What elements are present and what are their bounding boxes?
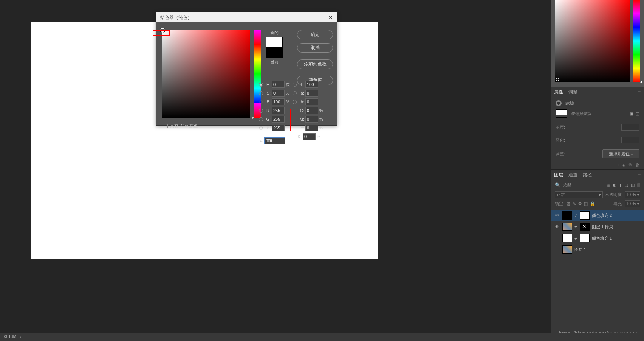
c-input[interactable] xyxy=(305,107,318,114)
radio-b-lab[interactable] xyxy=(293,100,297,104)
k-input[interactable] xyxy=(303,133,316,140)
layer-thumb[interactable] xyxy=(562,211,572,220)
ok-button[interactable]: 确定 xyxy=(297,30,333,39)
opacity-input[interactable]: 100%▾ xyxy=(625,191,640,198)
s-input[interactable] xyxy=(272,90,285,97)
hex-input[interactable] xyxy=(264,137,285,144)
y-input[interactable] xyxy=(305,125,318,131)
layer-filter[interactable]: 类型 xyxy=(563,182,604,188)
tab-channels[interactable]: 通道 xyxy=(568,172,577,178)
mask-thumb[interactable] xyxy=(556,109,567,118)
layer-name[interactable]: 图层 1 xyxy=(574,247,586,252)
lock-pixels-icon[interactable]: ✎ xyxy=(573,201,576,206)
mask-load-icon[interactable]: ⬚ xyxy=(615,163,619,168)
layers-panel: 🔍 类型 ▦ ◐ T ▢ ◫ 正常▾ 不透明度: 100%▾ 锁定: ▨ ✎ ✥… xyxy=(551,180,644,341)
layer-mask-thumb[interactable] xyxy=(580,211,590,220)
color-panel-field[interactable] xyxy=(555,0,630,82)
radio-b-hsb[interactable] xyxy=(259,100,263,104)
layer-row[interactable]: 👁⇌图层 1 拷贝 xyxy=(551,221,644,232)
color-panel-hue[interactable] xyxy=(633,0,640,82)
radio-h[interactable] xyxy=(259,83,263,87)
vector-mask-icon[interactable]: ◱ xyxy=(636,111,639,116)
filter-image-icon[interactable]: ▦ xyxy=(606,182,610,187)
mask-placeholder: 未选择蒙版 xyxy=(571,111,591,117)
layer-thumb[interactable] xyxy=(562,234,572,242)
mask-disable-icon[interactable]: 👁 xyxy=(628,163,632,168)
a-input[interactable] xyxy=(305,90,318,97)
layer-name[interactable]: 图层 1 拷贝 xyxy=(592,224,613,230)
b-lab-input[interactable] xyxy=(305,98,318,105)
layers-tabs: 图层 通道 路径 ≡ xyxy=(551,170,644,180)
filter-text-icon[interactable]: T xyxy=(619,183,622,187)
current-swatch-label: 当前 xyxy=(266,59,283,65)
mask-apply-icon[interactable]: ◈ xyxy=(622,163,625,168)
hex-row: # xyxy=(260,137,285,144)
layer-row[interactable]: 👁⇌颜色填充 2 xyxy=(551,210,644,221)
panel-menu-icon[interactable]: ≡ xyxy=(638,89,641,95)
link-icon[interactable]: ⇌ xyxy=(574,225,577,229)
m-input[interactable] xyxy=(305,116,318,123)
cancel-button[interactable]: 取消 xyxy=(297,43,333,53)
radio-g[interactable] xyxy=(259,117,263,121)
filter-shape-icon[interactable]: ▢ xyxy=(624,182,628,187)
lock-transparency-icon[interactable]: ▨ xyxy=(567,201,570,206)
mask-delete-icon[interactable]: 🗑 xyxy=(635,163,639,168)
lock-artboard-icon[interactable]: ◫ xyxy=(584,201,588,206)
link-icon[interactable]: ⇌ xyxy=(574,236,577,240)
radio-s[interactable] xyxy=(259,91,263,95)
h-input[interactable] xyxy=(272,81,285,88)
layer-thumb[interactable] xyxy=(562,245,572,254)
checkbox-icon[interactable] xyxy=(164,124,168,128)
feather-input[interactable] xyxy=(621,137,639,143)
new-color-swatch xyxy=(266,37,283,47)
feather-label: 羽化: xyxy=(556,137,565,143)
b-hsb-input[interactable] xyxy=(272,98,285,105)
hue-slider-thumb[interactable] xyxy=(252,116,254,119)
mask-label: 蒙版 xyxy=(565,100,574,106)
visibility-icon[interactable]: 👁 xyxy=(555,213,560,218)
new-swatch-label: 新的 xyxy=(266,30,283,36)
radio-r[interactable] xyxy=(259,109,263,113)
right-panels: 属性 调整 ≡ 蒙版 未选择蒙版 ▣ ◱ 浓度: 羽化: 调整: 选择并遮住..… xyxy=(551,0,644,341)
color-field-cursor[interactable] xyxy=(556,78,559,81)
filter-smart-icon[interactable]: ◫ xyxy=(631,182,635,187)
select-and-mask-button[interactable]: 选择并遮住... xyxy=(602,149,639,158)
tab-paths[interactable]: 路径 xyxy=(583,172,592,178)
search-icon[interactable]: 🔍 xyxy=(555,182,560,188)
layers-menu-icon[interactable]: ≡ xyxy=(638,172,641,178)
radio-a[interactable] xyxy=(293,91,297,95)
layer-name[interactable]: 颜色填充 2 xyxy=(592,213,612,218)
radio-l[interactable] xyxy=(293,83,297,87)
hue-thumb[interactable] xyxy=(640,81,642,84)
lock-all-icon[interactable]: 🔒 xyxy=(590,201,595,206)
blend-mode-select[interactable]: 正常▾ xyxy=(555,191,603,198)
layer-mask-thumb[interactable] xyxy=(580,234,590,242)
density-label: 浓度: xyxy=(556,125,565,130)
radio-b-rgb[interactable] xyxy=(259,126,263,130)
layer-row[interactable]: ⇌颜色填充 1 xyxy=(551,232,644,244)
filter-toggle[interactable] xyxy=(637,183,640,187)
layer-row[interactable]: 图层 1 xyxy=(551,244,644,255)
lock-position-icon[interactable]: ✥ xyxy=(578,201,582,206)
web-colors-checkbox[interactable]: 只有 Web 颜色 xyxy=(164,123,198,129)
link-icon[interactable]: ⇌ xyxy=(574,213,577,218)
tab-adjustments[interactable]: 调整 xyxy=(568,89,577,95)
add-swatch-button[interactable]: 添加到色板 xyxy=(297,59,333,69)
l-input[interactable] xyxy=(305,81,318,88)
status-bar: /3.13M › xyxy=(0,333,644,341)
current-color-swatch xyxy=(266,47,283,58)
annotation-rect-rgb xyxy=(274,109,291,131)
fill-input[interactable]: 100%▾ xyxy=(625,200,640,207)
filter-adjust-icon[interactable]: ◐ xyxy=(613,182,616,187)
pixel-mask-icon[interactable]: ▣ xyxy=(630,111,633,116)
layer-name[interactable]: 颜色填充 1 xyxy=(592,235,612,241)
density-input[interactable] xyxy=(621,124,639,131)
tab-properties[interactable]: 属性 xyxy=(554,89,563,95)
saturation-brightness-field[interactable] xyxy=(162,30,250,118)
close-icon[interactable]: ✕ xyxy=(328,14,333,21)
layer-thumb[interactable] xyxy=(562,223,572,231)
visibility-icon[interactable]: 👁 xyxy=(555,224,560,229)
layer-mask-thumb[interactable] xyxy=(580,223,590,231)
dialog-titlebar[interactable]: 拾色器（纯色） ✕ xyxy=(156,12,337,22)
tab-layers[interactable]: 图层 xyxy=(554,172,563,178)
